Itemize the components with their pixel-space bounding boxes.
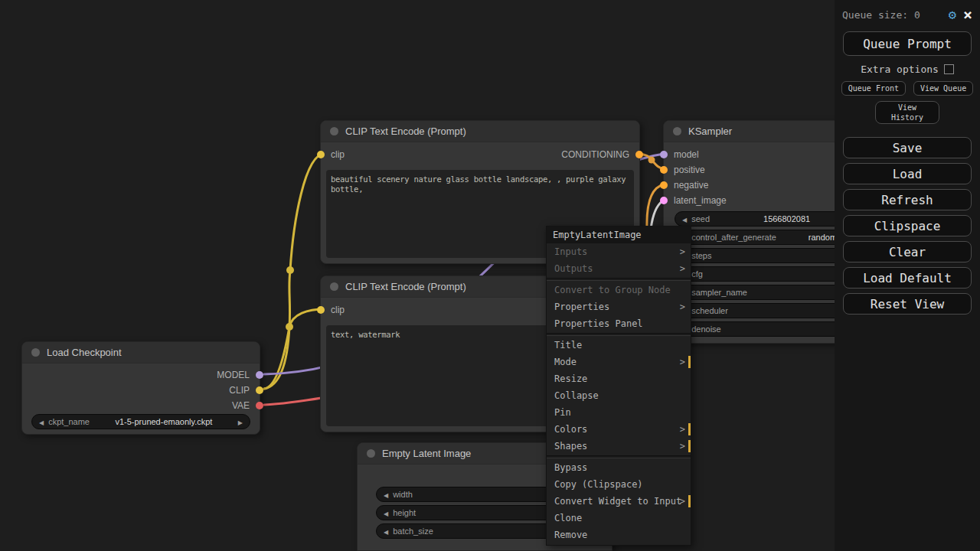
- widget-value: v1-5-pruned-emaonly.ckpt: [115, 417, 212, 426]
- decrement-arrow-icon[interactable]: [682, 214, 687, 223]
- node-title: CLIP Text Encode (Prompt): [345, 281, 466, 292]
- node-title-bar[interactable]: Load Checkpoint: [22, 342, 260, 364]
- menu-item-title[interactable]: Title: [547, 337, 691, 354]
- save-button[interactable]: Save: [843, 137, 972, 158]
- menu-item-pin[interactable]: Pin: [547, 404, 691, 421]
- widget-name: scheduler: [691, 306, 728, 315]
- previous-arrow-icon[interactable]: [39, 417, 44, 426]
- widget-value: 1566802081: [763, 214, 810, 223]
- queue-prompt-button[interactable]: Queue Prompt: [843, 31, 972, 56]
- menu-item-properties-panel[interactable]: Properties Panel: [547, 315, 691, 332]
- widget-name: sampler_name: [691, 288, 747, 297]
- wire-reroute-dot[interactable]: [648, 157, 655, 164]
- negative-input-label: negative: [674, 178, 708, 193]
- clear-button[interactable]: Clear: [843, 241, 972, 262]
- menu-item-clone[interactable]: Clone: [547, 510, 691, 527]
- load-default-button[interactable]: Load Default: [843, 267, 972, 289]
- wire-reroute-dot[interactable]: [286, 266, 294, 274]
- node-title-bar[interactable]: CLIP Text Encode (Prompt): [321, 121, 639, 142]
- widget-name: control_after_generate: [691, 233, 776, 242]
- extra-options-label: Extra options: [861, 64, 939, 75]
- menu-item-mode[interactable]: Mode: [547, 354, 691, 370]
- wire-reroute-dot[interactable]: [286, 323, 293, 331]
- menu-item-resize[interactable]: Resize: [547, 370, 691, 387]
- menu-item-shapes[interactable]: Shapes: [547, 438, 691, 455]
- slot-row: CLIP: [22, 383, 260, 398]
- clipspace-button[interactable]: Clipspace: [843, 215, 972, 236]
- refresh-button[interactable]: Refresh: [843, 189, 972, 210]
- load-button[interactable]: Load: [843, 163, 972, 184]
- menu-item-colors[interactable]: Colors: [547, 421, 691, 438]
- widget-name: height: [393, 508, 416, 517]
- close-menu-icon[interactable]: ×: [963, 7, 972, 22]
- ckpt-name-widget[interactable]: ckpt_name v1-5-pruned-emaonly.ckpt: [31, 414, 250, 429]
- menu-item-properties[interactable]: Properties: [547, 298, 691, 315]
- slot-row: MODEL: [22, 367, 260, 383]
- clip-output-slot[interactable]: [256, 386, 263, 394]
- model-output-slot[interactable]: [256, 371, 263, 379]
- clip-input-slot[interactable]: [317, 151, 325, 158]
- widget-name: seed: [691, 214, 710, 223]
- menu-item-convert-widget-to-input[interactable]: Convert Widget to Input: [547, 493, 691, 510]
- link-clip-to-positive-encode: [264, 154, 325, 389]
- conditioning-output-slot[interactable]: [635, 151, 643, 158]
- menu-separator: [547, 333, 691, 336]
- menu-separator: [547, 455, 691, 458]
- widget-name: cfg: [691, 269, 703, 279]
- menu-item-bypass[interactable]: Bypass: [547, 459, 691, 476]
- decrement-arrow-icon[interactable]: [384, 508, 388, 517]
- queue-size-label: Queue size: 0: [842, 9, 942, 21]
- decrement-arrow-icon[interactable]: [384, 490, 388, 499]
- widget-name: denoise: [691, 324, 721, 334]
- model-input-slot[interactable]: [660, 151, 668, 158]
- latent-image-input-slot[interactable]: [660, 197, 668, 204]
- widget-name: steps: [691, 251, 711, 260]
- node-graph-canvas[interactable]: CLIP Text Encode (Prompt) clip CONDITION…: [0, 0, 980, 551]
- widget-name: batch_size: [393, 527, 433, 536]
- node-context-menu: EmptyLatentImage Inputs Outputs Convert …: [546, 226, 691, 546]
- collapse-dot-icon[interactable]: [367, 449, 375, 458]
- model-output-label: MODEL: [217, 367, 250, 383]
- menu-item-copy-clipspace[interactable]: Copy (Clipspace): [547, 476, 691, 493]
- menu-item-remove[interactable]: Remove: [547, 527, 691, 543]
- queue-front-button[interactable]: Queue Front: [841, 81, 906, 96]
- menu-item-collapse[interactable]: Collapse: [547, 387, 691, 404]
- decrement-arrow-icon[interactable]: [384, 527, 388, 536]
- next-arrow-icon[interactable]: [238, 417, 243, 426]
- context-menu-title: EmptyLatentImage: [547, 227, 691, 243]
- reset-view-button[interactable]: Reset View: [843, 293, 972, 315]
- node-title: CLIP Text Encode (Prompt): [345, 126, 466, 137]
- clip-output-label: CLIP: [229, 383, 250, 398]
- collapse-dot-icon[interactable]: [330, 127, 338, 135]
- widget-name: width: [393, 490, 413, 499]
- view-queue-button[interactable]: View Queue: [913, 81, 973, 96]
- vae-output-slot[interactable]: [256, 402, 263, 409]
- model-input-label: model: [674, 147, 699, 162]
- negative-input-slot[interactable]: [660, 181, 668, 189]
- settings-gear-icon[interactable]: ⚙: [949, 8, 956, 21]
- slot-row: clip CONDITIONING: [321, 147, 639, 162]
- node-title: Empty Latent Image: [382, 448, 471, 459]
- collapse-dot-icon[interactable]: [330, 282, 338, 291]
- view-history-button[interactable]: View History: [875, 101, 939, 124]
- extra-options-checkbox[interactable]: [944, 64, 954, 74]
- menu-item-outputs: Outputs: [547, 260, 691, 277]
- clip-input-label: clip: [331, 147, 345, 162]
- menu-item-inputs: Inputs: [547, 243, 691, 260]
- node-title: Load Checkpoint: [47, 347, 122, 358]
- latent-image-input-label: latent_image: [674, 193, 727, 208]
- positive-input-slot[interactable]: [660, 166, 668, 174]
- comfy-menu-panel: Queue size: 0 ⚙ × Queue Prompt Extra opt…: [835, 0, 980, 551]
- clip-input-slot[interactable]: [317, 306, 325, 314]
- vae-output-label: VAE: [232, 398, 250, 413]
- menu-separator: [547, 278, 691, 281]
- widget-name: ckpt_name: [48, 417, 90, 426]
- slot-row: VAE: [22, 398, 260, 413]
- node-title: KSampler: [688, 126, 732, 137]
- conditioning-output-label: CONDITIONING: [561, 147, 629, 162]
- clip-input-label: clip: [331, 302, 345, 318]
- collapse-dot-icon[interactable]: [31, 348, 40, 357]
- node-load-checkpoint[interactable]: Load Checkpoint MODEL CLIP VAE ckpt_name…: [21, 341, 260, 435]
- collapse-dot-icon[interactable]: [673, 127, 681, 135]
- link-clip-to-negative-encode: [264, 309, 325, 389]
